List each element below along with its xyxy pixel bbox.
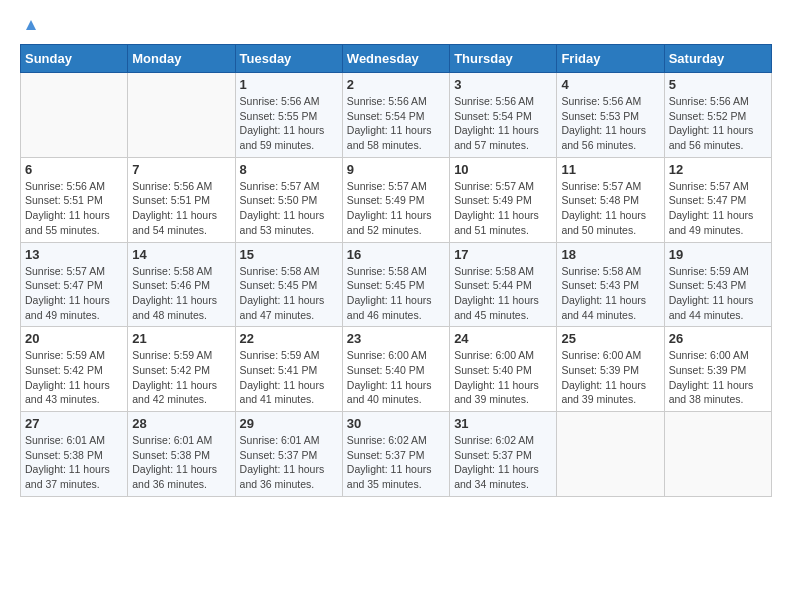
day-number: 18	[561, 247, 659, 262]
day-number: 25	[561, 331, 659, 346]
calendar-cell: 26Sunrise: 6:00 AMSunset: 5:39 PMDayligh…	[664, 327, 771, 412]
calendar-cell: 2Sunrise: 5:56 AMSunset: 5:54 PMDaylight…	[342, 73, 449, 158]
column-header-wednesday: Wednesday	[342, 45, 449, 73]
day-number: 26	[669, 331, 767, 346]
day-info: Sunrise: 5:56 AMSunset: 5:54 PMDaylight:…	[454, 94, 552, 153]
calendar-cell: 8Sunrise: 5:57 AMSunset: 5:50 PMDaylight…	[235, 157, 342, 242]
day-number: 24	[454, 331, 552, 346]
day-number: 5	[669, 77, 767, 92]
calendar-cell: 25Sunrise: 6:00 AMSunset: 5:39 PMDayligh…	[557, 327, 664, 412]
day-number: 17	[454, 247, 552, 262]
day-info: Sunrise: 6:01 AMSunset: 5:38 PMDaylight:…	[132, 433, 230, 492]
calendar-cell: 21Sunrise: 5:59 AMSunset: 5:42 PMDayligh…	[128, 327, 235, 412]
calendar-week-row: 1Sunrise: 5:56 AMSunset: 5:55 PMDaylight…	[21, 73, 772, 158]
day-info: Sunrise: 5:58 AMSunset: 5:46 PMDaylight:…	[132, 264, 230, 323]
day-info: Sunrise: 5:58 AMSunset: 5:43 PMDaylight:…	[561, 264, 659, 323]
logo-triangle-icon	[22, 16, 40, 34]
calendar-cell: 11Sunrise: 5:57 AMSunset: 5:48 PMDayligh…	[557, 157, 664, 242]
day-info: Sunrise: 5:56 AMSunset: 5:52 PMDaylight:…	[669, 94, 767, 153]
day-info: Sunrise: 5:56 AMSunset: 5:54 PMDaylight:…	[347, 94, 445, 153]
day-info: Sunrise: 5:58 AMSunset: 5:44 PMDaylight:…	[454, 264, 552, 323]
calendar-cell: 10Sunrise: 5:57 AMSunset: 5:49 PMDayligh…	[450, 157, 557, 242]
calendar-cell: 22Sunrise: 5:59 AMSunset: 5:41 PMDayligh…	[235, 327, 342, 412]
day-info: Sunrise: 6:01 AMSunset: 5:38 PMDaylight:…	[25, 433, 123, 492]
calendar-cell: 28Sunrise: 6:01 AMSunset: 5:38 PMDayligh…	[128, 412, 235, 497]
calendar-cell: 1Sunrise: 5:56 AMSunset: 5:55 PMDaylight…	[235, 73, 342, 158]
day-info: Sunrise: 5:59 AMSunset: 5:42 PMDaylight:…	[132, 348, 230, 407]
calendar-week-row: 13Sunrise: 5:57 AMSunset: 5:47 PMDayligh…	[21, 242, 772, 327]
calendar-week-row: 6Sunrise: 5:56 AMSunset: 5:51 PMDaylight…	[21, 157, 772, 242]
day-number: 7	[132, 162, 230, 177]
calendar-cell: 4Sunrise: 5:56 AMSunset: 5:53 PMDaylight…	[557, 73, 664, 158]
calendar-cell: 16Sunrise: 5:58 AMSunset: 5:45 PMDayligh…	[342, 242, 449, 327]
day-info: Sunrise: 5:59 AMSunset: 5:43 PMDaylight:…	[669, 264, 767, 323]
day-number: 27	[25, 416, 123, 431]
day-info: Sunrise: 6:00 AMSunset: 5:40 PMDaylight:…	[454, 348, 552, 407]
day-info: Sunrise: 5:57 AMSunset: 5:50 PMDaylight:…	[240, 179, 338, 238]
day-number: 30	[347, 416, 445, 431]
calendar-cell: 13Sunrise: 5:57 AMSunset: 5:47 PMDayligh…	[21, 242, 128, 327]
day-number: 6	[25, 162, 123, 177]
day-info: Sunrise: 5:57 AMSunset: 5:48 PMDaylight:…	[561, 179, 659, 238]
column-header-friday: Friday	[557, 45, 664, 73]
day-number: 14	[132, 247, 230, 262]
day-info: Sunrise: 5:56 AMSunset: 5:51 PMDaylight:…	[25, 179, 123, 238]
calendar-cell: 23Sunrise: 6:00 AMSunset: 5:40 PMDayligh…	[342, 327, 449, 412]
day-info: Sunrise: 5:58 AMSunset: 5:45 PMDaylight:…	[347, 264, 445, 323]
day-number: 3	[454, 77, 552, 92]
calendar-cell: 30Sunrise: 6:02 AMSunset: 5:37 PMDayligh…	[342, 412, 449, 497]
day-info: Sunrise: 6:02 AMSunset: 5:37 PMDaylight:…	[454, 433, 552, 492]
column-header-thursday: Thursday	[450, 45, 557, 73]
day-number: 1	[240, 77, 338, 92]
day-info: Sunrise: 6:00 AMSunset: 5:40 PMDaylight:…	[347, 348, 445, 407]
calendar-cell: 15Sunrise: 5:58 AMSunset: 5:45 PMDayligh…	[235, 242, 342, 327]
day-info: Sunrise: 5:56 AMSunset: 5:53 PMDaylight:…	[561, 94, 659, 153]
day-number: 31	[454, 416, 552, 431]
calendar-cell: 27Sunrise: 6:01 AMSunset: 5:38 PMDayligh…	[21, 412, 128, 497]
day-info: Sunrise: 5:59 AMSunset: 5:42 PMDaylight:…	[25, 348, 123, 407]
calendar-cell: 18Sunrise: 5:58 AMSunset: 5:43 PMDayligh…	[557, 242, 664, 327]
day-info: Sunrise: 5:59 AMSunset: 5:41 PMDaylight:…	[240, 348, 338, 407]
day-number: 29	[240, 416, 338, 431]
column-header-monday: Monday	[128, 45, 235, 73]
day-info: Sunrise: 5:57 AMSunset: 5:49 PMDaylight:…	[454, 179, 552, 238]
calendar-cell	[21, 73, 128, 158]
column-header-sunday: Sunday	[21, 45, 128, 73]
calendar-cell: 5Sunrise: 5:56 AMSunset: 5:52 PMDaylight…	[664, 73, 771, 158]
day-number: 8	[240, 162, 338, 177]
column-header-tuesday: Tuesday	[235, 45, 342, 73]
calendar-cell: 9Sunrise: 5:57 AMSunset: 5:49 PMDaylight…	[342, 157, 449, 242]
day-number: 16	[347, 247, 445, 262]
day-number: 21	[132, 331, 230, 346]
day-info: Sunrise: 5:56 AMSunset: 5:55 PMDaylight:…	[240, 94, 338, 153]
day-number: 11	[561, 162, 659, 177]
day-info: Sunrise: 6:02 AMSunset: 5:37 PMDaylight:…	[347, 433, 445, 492]
calendar-cell: 19Sunrise: 5:59 AMSunset: 5:43 PMDayligh…	[664, 242, 771, 327]
day-info: Sunrise: 5:56 AMSunset: 5:51 PMDaylight:…	[132, 179, 230, 238]
calendar-cell	[664, 412, 771, 497]
calendar-cell	[557, 412, 664, 497]
calendar-cell: 14Sunrise: 5:58 AMSunset: 5:46 PMDayligh…	[128, 242, 235, 327]
day-number: 23	[347, 331, 445, 346]
page-header	[20, 20, 772, 34]
day-info: Sunrise: 5:58 AMSunset: 5:45 PMDaylight:…	[240, 264, 338, 323]
calendar-table: SundayMondayTuesdayWednesdayThursdayFrid…	[20, 44, 772, 497]
calendar-cell: 6Sunrise: 5:56 AMSunset: 5:51 PMDaylight…	[21, 157, 128, 242]
day-number: 28	[132, 416, 230, 431]
logo	[20, 20, 40, 34]
calendar-header-row: SundayMondayTuesdayWednesdayThursdayFrid…	[21, 45, 772, 73]
calendar-cell: 24Sunrise: 6:00 AMSunset: 5:40 PMDayligh…	[450, 327, 557, 412]
day-number: 2	[347, 77, 445, 92]
day-info: Sunrise: 6:00 AMSunset: 5:39 PMDaylight:…	[669, 348, 767, 407]
day-info: Sunrise: 5:57 AMSunset: 5:49 PMDaylight:…	[347, 179, 445, 238]
calendar-cell: 7Sunrise: 5:56 AMSunset: 5:51 PMDaylight…	[128, 157, 235, 242]
svg-marker-0	[26, 20, 36, 30]
column-header-saturday: Saturday	[664, 45, 771, 73]
day-number: 22	[240, 331, 338, 346]
day-info: Sunrise: 5:57 AMSunset: 5:47 PMDaylight:…	[25, 264, 123, 323]
day-number: 10	[454, 162, 552, 177]
day-number: 15	[240, 247, 338, 262]
calendar-cell	[128, 73, 235, 158]
day-info: Sunrise: 6:00 AMSunset: 5:39 PMDaylight:…	[561, 348, 659, 407]
calendar-cell: 31Sunrise: 6:02 AMSunset: 5:37 PMDayligh…	[450, 412, 557, 497]
